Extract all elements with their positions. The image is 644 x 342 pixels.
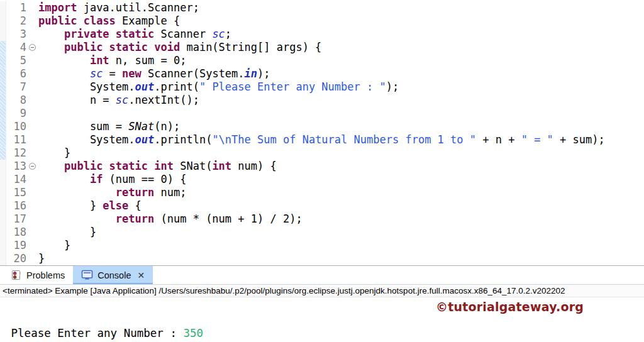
- line-number: 15: [6, 186, 28, 199]
- code-text[interactable]: return (num * (num + 1) / 2);: [38, 212, 644, 226]
- change-indicator: [0, 107, 6, 120]
- code-text[interactable]: if (num == 0) {: [38, 173, 644, 186]
- fold-gutter: [28, 173, 38, 186]
- code-text[interactable]: }: [38, 252, 644, 265]
- fold-gutter: [28, 212, 38, 226]
- change-indicator: [0, 252, 6, 265]
- line-number: 17: [6, 212, 28, 226]
- code-line-6[interactable]: 6 sc = new Scanner(System.in);: [0, 67, 644, 80]
- code-text[interactable]: private static Scanner sc;: [38, 28, 644, 41]
- line-number: 6: [6, 67, 28, 80]
- code-text[interactable]: }: [38, 146, 644, 160]
- code-text[interactable]: System.out.print(" Please Enter any Numb…: [38, 80, 644, 94]
- code-line-2[interactable]: 2public class Example {: [0, 14, 644, 28]
- line-number: 12: [6, 146, 28, 160]
- fold-gutter: [28, 133, 38, 146]
- line-number: 18: [6, 226, 28, 239]
- change-indicator: [0, 146, 6, 160]
- problems-icon: [11, 270, 22, 280]
- fold-gutter: [28, 94, 38, 107]
- code-text[interactable]: n = sc.nextInt();: [38, 94, 644, 107]
- line-number: 1: [6, 1, 28, 14]
- console-output[interactable]: Please Enter any Number : 350 The Sum of…: [0, 297, 644, 341]
- tab-problems[interactable]: Problems: [3, 266, 73, 284]
- code-line-7[interactable]: 7 System.out.print(" Please Enter any Nu…: [0, 80, 644, 94]
- fold-gutter: [28, 186, 38, 199]
- code-line-11[interactable]: 11 System.out.println("\nThe Sum of Natu…: [0, 133, 644, 146]
- code-text[interactable]: System.out.println("\nThe Sum of Natural…: [38, 133, 644, 146]
- code-text[interactable]: sc = new Scanner(System.in);: [38, 67, 644, 80]
- change-indicator: [0, 120, 6, 133]
- tab-console-label: Console: [97, 270, 131, 280]
- change-indicator: [0, 41, 6, 54]
- fold-gutter: [28, 80, 38, 94]
- java-editor[interactable]: 1import java.util.Scanner;2public class …: [0, 0, 644, 266]
- watermark-site: tutorialgateway.org: [448, 300, 584, 314]
- code-line-12[interactable]: 12 }: [0, 146, 644, 160]
- code-area[interactable]: 1import java.util.Scanner;2public class …: [0, 1, 644, 265]
- fold-gutter: [28, 107, 38, 120]
- copyright-icon: ©: [436, 300, 448, 314]
- change-indicator: [0, 133, 6, 146]
- code-text[interactable]: [38, 107, 644, 120]
- code-line-4[interactable]: 4 public static void main(String[] args)…: [0, 41, 644, 54]
- change-indicator: [0, 160, 6, 173]
- code-line-8[interactable]: 8 n = sc.nextInt();: [0, 94, 644, 107]
- line-number: 4: [6, 41, 28, 54]
- code-text[interactable]: return num;: [38, 186, 644, 199]
- change-indicator: [0, 28, 6, 41]
- code-line-20[interactable]: 20}: [0, 252, 644, 265]
- collapse-icon[interactable]: [29, 163, 36, 170]
- line-number: 9: [6, 107, 28, 120]
- fold-gutter: [28, 120, 38, 133]
- fold-gutter: [28, 54, 38, 67]
- fold-gutter[interactable]: [28, 160, 38, 173]
- line-number: 20: [6, 252, 28, 265]
- code-text[interactable]: sum = SNat(n);: [38, 120, 644, 133]
- change-indicator: [0, 54, 6, 67]
- code-text[interactable]: }: [38, 239, 644, 252]
- code-line-14[interactable]: 14 if (num == 0) {: [0, 173, 644, 186]
- code-line-19[interactable]: 19 }: [0, 239, 644, 252]
- change-indicator: [0, 212, 6, 226]
- code-line-17[interactable]: 17 return (num * (num + 1) / 2);: [0, 212, 644, 226]
- code-text[interactable]: public static void main(String[] args) {: [38, 41, 644, 54]
- code-line-1[interactable]: 1import java.util.Scanner;: [0, 1, 644, 14]
- view-tab-bar: Problems Console ✕: [0, 266, 644, 285]
- code-line-10[interactable]: 10 sum = SNat(n);: [0, 120, 644, 133]
- tab-problems-label: Problems: [26, 270, 65, 280]
- collapse-icon[interactable]: [29, 44, 36, 51]
- line-number: 19: [6, 239, 28, 252]
- change-indicator: [0, 199, 6, 212]
- change-indicator: [0, 226, 6, 239]
- fold-gutter: [28, 146, 38, 160]
- fold-gutter: [28, 252, 38, 265]
- code-text[interactable]: import java.util.Scanner;: [38, 1, 644, 14]
- change-indicator: [0, 186, 6, 199]
- code-text[interactable]: public static int SNat(int num) {: [38, 160, 644, 173]
- change-indicator: [0, 173, 6, 186]
- watermark: ©tutorialgateway.org: [436, 301, 584, 314]
- fold-gutter: [28, 1, 38, 14]
- code-line-16[interactable]: 16 } else {: [0, 199, 644, 212]
- change-indicator: [0, 14, 6, 28]
- code-line-9[interactable]: 9: [0, 107, 644, 120]
- code-line-15[interactable]: 15 return num;: [0, 186, 644, 199]
- code-text[interactable]: }: [38, 226, 644, 239]
- fold-gutter[interactable]: [28, 41, 38, 54]
- fold-gutter: [28, 239, 38, 252]
- close-icon[interactable]: ✕: [137, 270, 145, 280]
- code-line-3[interactable]: 3 private static Scanner sc;: [0, 28, 644, 41]
- tab-console[interactable]: Console ✕: [73, 266, 153, 284]
- prompt-text: Please Enter any Number :: [4, 327, 183, 339]
- line-number: 2: [6, 14, 28, 28]
- line-number: 10: [6, 120, 28, 133]
- code-text[interactable]: int n, sum = 0;: [38, 54, 644, 67]
- code-line-13[interactable]: 13 public static int SNat(int num) {: [0, 160, 644, 173]
- code-text[interactable]: } else {: [38, 199, 644, 212]
- line-number: 8: [6, 94, 28, 107]
- code-text[interactable]: public class Example {: [38, 14, 644, 28]
- console-line-prompt: Please Enter any Number : 350: [4, 327, 644, 340]
- code-line-5[interactable]: 5 int n, sum = 0;: [0, 54, 644, 67]
- code-line-18[interactable]: 18 }: [0, 226, 644, 239]
